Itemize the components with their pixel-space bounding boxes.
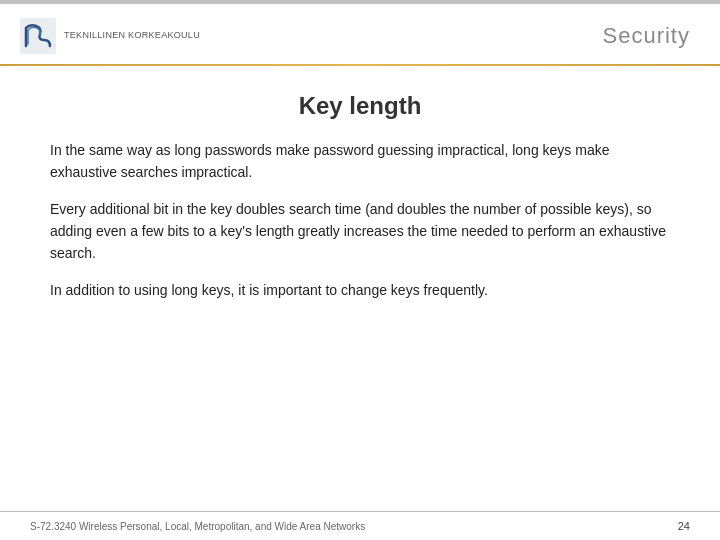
- logo-icon: [20, 18, 56, 54]
- footer-page-number: 24: [678, 520, 690, 532]
- section-label: Security: [603, 23, 690, 49]
- paragraph-2: Every additional bit in the key doubles …: [50, 199, 670, 264]
- logo-area: TEKNILLINEN KORKEAKOULU: [20, 18, 200, 54]
- footer-course-label: S-72.3240 Wireless Personal, Local, Metr…: [30, 521, 365, 532]
- logo-text: TEKNILLINEN KORKEAKOULU: [64, 30, 200, 42]
- main-content: Key length In the same way as long passw…: [0, 66, 720, 511]
- paragraph-1: In the same way as long passwords make p…: [50, 140, 670, 183]
- header: TEKNILLINEN KORKEAKOULU Security: [0, 4, 720, 64]
- slide-title: Key length: [50, 92, 670, 120]
- paragraph-3: In addition to using long keys, it is im…: [50, 280, 670, 302]
- footer: S-72.3240 Wireless Personal, Local, Metr…: [0, 511, 720, 540]
- slide: TEKNILLINEN KORKEAKOULU Security Key len…: [0, 0, 720, 540]
